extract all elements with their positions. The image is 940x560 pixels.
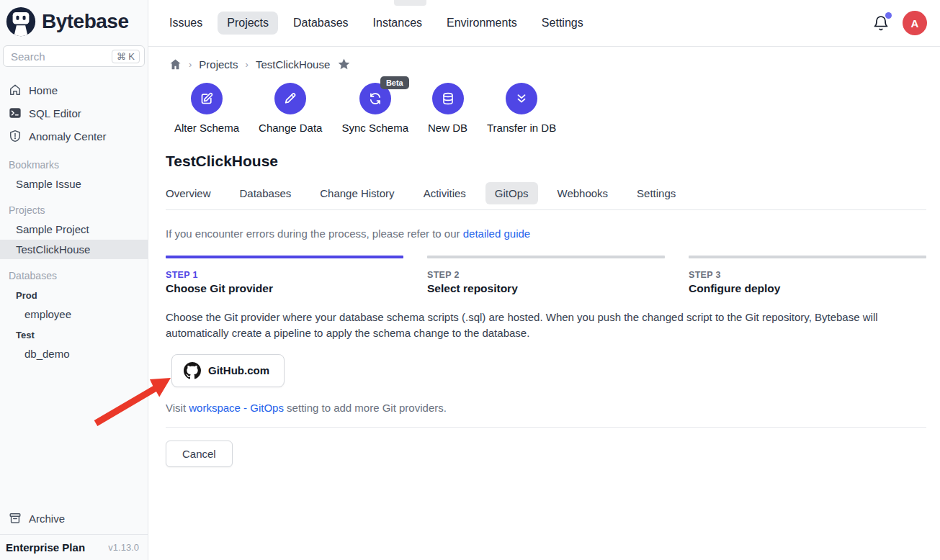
- step-number: STEP 1: [166, 270, 403, 280]
- sidebar-item-sample-project[interactable]: Sample Project: [0, 220, 148, 239]
- tab-settings[interactable]: Settings: [637, 187, 676, 199]
- tab-activities[interactable]: Activities: [424, 187, 466, 199]
- archive-icon: [9, 512, 22, 525]
- anomaly-center-icon: [9, 130, 22, 143]
- brand-name: Bytebase: [42, 10, 129, 33]
- sidebar-item-label: Sample Project: [16, 223, 89, 235]
- sidebar-item-label: TestClickHouse: [16, 243, 90, 256]
- notification-bell-icon[interactable]: [872, 14, 890, 32]
- star-icon[interactable]: [337, 58, 351, 71]
- gitops-description: Choose the Git provider where your datab…: [166, 310, 882, 341]
- sidebar-item-archive[interactable]: Archive: [0, 508, 148, 528]
- main-column: Issues Projects Databases Instances Envi…: [148, 0, 940, 560]
- breadcrumb-projects[interactable]: Projects: [199, 58, 238, 71]
- breadcrumb-testclickhouse[interactable]: TestClickHouse: [256, 58, 330, 71]
- breadcrumb-home-icon[interactable]: [169, 58, 182, 71]
- change-data-button[interactable]: Change Data: [259, 83, 322, 134]
- db-item-label: employee: [24, 308, 71, 320]
- notification-dot: [885, 12, 892, 19]
- quick-action-label: Sync Schema: [341, 122, 408, 134]
- plan-name: Enterprise Plan: [6, 541, 85, 554]
- page-title: TestClickHouse: [166, 153, 926, 170]
- step-progress-bar: [427, 256, 665, 258]
- step-1-choose-git-provider: STEP 1 Choose Git provider: [166, 256, 403, 295]
- sidebar-item-db-employee[interactable]: employee: [0, 304, 148, 324]
- top-nav: Issues Projects Databases Instances Envi…: [160, 12, 593, 35]
- github-icon: [184, 362, 201, 379]
- sidebar-item-label: Home: [29, 84, 58, 96]
- gitops-steps: STEP 1 Choose Git provider STEP 2 Select…: [166, 256, 926, 295]
- sidebar-item-anomaly-center[interactable]: Anomaly Center: [0, 126, 148, 146]
- sidebar-item-sample-issue[interactable]: Sample Issue: [0, 174, 148, 194]
- quick-action-label: Alter Schema: [174, 122, 239, 134]
- app-root: Bytebase ⌘ K Home SQL Editor: [0, 0, 940, 560]
- bytebase-logo-icon: [6, 6, 36, 37]
- section-divider: [166, 427, 926, 428]
- detailed-guide-link[interactable]: detailed guide: [463, 227, 530, 240]
- pencil-icon: [274, 83, 306, 114]
- alter-schema-button[interactable]: Alter Schema: [174, 83, 239, 134]
- quick-action-label: New DB: [428, 122, 467, 134]
- github-provider-button[interactable]: GitHub.com: [171, 354, 285, 387]
- sidebar-item-sql-editor[interactable]: SQL Editor: [0, 103, 148, 123]
- github-provider-label: GitHub.com: [208, 364, 269, 376]
- step-number: STEP 3: [689, 270, 926, 280]
- search-input[interactable]: [11, 50, 112, 63]
- brand-logo[interactable]: Bytebase: [0, 0, 148, 41]
- beta-badge: Beta: [380, 76, 409, 89]
- quick-actions: Alter Schema Change Data Beta Sync Schem…: [166, 74, 926, 134]
- quick-action-label: Change Data: [259, 122, 322, 134]
- tab-databases[interactable]: Databases: [240, 187, 292, 199]
- top-navigation-bar: Issues Projects Databases Instances Envi…: [148, 0, 940, 47]
- workspace-gitops-link[interactable]: workspace - GitOps: [189, 402, 284, 414]
- topnav-item-databases[interactable]: Databases: [284, 12, 358, 35]
- tooltip-fragment: [394, 0, 426, 6]
- cancel-button[interactable]: Cancel: [166, 441, 233, 467]
- topnav-item-instances[interactable]: Instances: [364, 12, 431, 35]
- user-avatar[interactable]: A: [903, 11, 927, 35]
- topnav-item-environments[interactable]: Environments: [437, 12, 527, 35]
- step-title: Configure deploy: [689, 282, 926, 295]
- step-progress-bar: [689, 256, 926, 258]
- gitops-info-line: If you encounter errors during the proce…: [166, 227, 926, 240]
- topbar-right: A: [872, 11, 927, 35]
- topnav-item-settings[interactable]: Settings: [532, 12, 593, 35]
- transfer-in-db-button[interactable]: Transfer in DB: [487, 83, 556, 134]
- db-item-label: db_demo: [24, 348, 70, 360]
- topnav-item-issues[interactable]: Issues: [160, 12, 212, 35]
- sidebar-item-db-db-demo[interactable]: db_demo: [0, 344, 148, 363]
- search-shortcut-hint: ⌘ K: [112, 50, 140, 63]
- search-box[interactable]: ⌘ K: [3, 45, 145, 67]
- sidebar-footer: Enterprise Plan v1.13.0: [0, 534, 148, 560]
- env-label-prod: Prod: [0, 286, 148, 304]
- sql-editor-icon: [9, 107, 22, 119]
- breadcrumb: › Projects › TestClickHouse: [166, 47, 926, 74]
- project-tabs: Overview Databases Change History Activi…: [166, 187, 926, 210]
- step-number: STEP 2: [427, 270, 665, 280]
- sidebar-item-label: SQL Editor: [29, 107, 81, 119]
- breadcrumb-separator: ›: [246, 59, 249, 70]
- tab-gitops[interactable]: GitOps: [495, 187, 529, 199]
- sidebar-item-label: Archive: [29, 512, 65, 525]
- sidebar-item-testclickhouse[interactable]: TestClickHouse: [0, 240, 148, 259]
- app-version: v1.13.0: [108, 542, 139, 553]
- new-db-button[interactable]: New DB: [428, 83, 467, 134]
- page-content: › Projects › TestClickHouse Alter Schema: [148, 47, 940, 560]
- sidebar-item-label: Sample Issue: [16, 178, 81, 190]
- step-progress-bar: [166, 256, 403, 258]
- topnav-item-projects[interactable]: Projects: [218, 12, 278, 35]
- step-3-configure-deploy: STEP 3 Configure deploy: [689, 256, 926, 295]
- tab-webhooks[interactable]: Webhooks: [558, 187, 609, 199]
- sync-schema-button[interactable]: Beta Sync Schema: [341, 83, 408, 134]
- step-title: Select repository: [427, 282, 665, 295]
- tab-change-history[interactable]: Change History: [320, 187, 394, 199]
- env-label-test: Test: [0, 326, 148, 344]
- sync-icon: Beta: [359, 83, 391, 114]
- sidebar-item-home[interactable]: Home: [0, 80, 148, 100]
- sidebar-item-label: Anomaly Center: [29, 130, 107, 143]
- tab-overview[interactable]: Overview: [166, 187, 211, 199]
- double-chevron-down-icon: [506, 83, 537, 114]
- sidebar: Bytebase ⌘ K Home SQL Editor: [0, 0, 148, 560]
- breadcrumb-separator: ›: [189, 59, 192, 70]
- home-icon: [9, 83, 22, 96]
